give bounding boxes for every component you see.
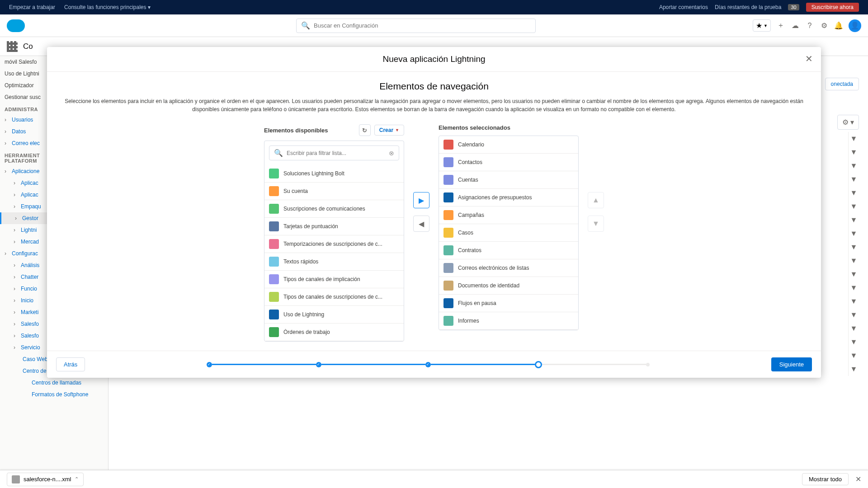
consult-functions-link[interactable]: Consulte las funciones principales ▾ (64, 4, 151, 10)
selected-item[interactable]: Calendario (439, 136, 578, 154)
wizard-progress (85, 361, 771, 368)
item-icon (443, 192, 453, 202)
row-action-menu[interactable]: ▼ (848, 308, 859, 322)
available-item[interactable]: Tipos de canales de implicación (264, 271, 404, 288)
row-action-menu[interactable]: ▼ (848, 227, 859, 240)
create-button[interactable]: Crear▼ (374, 125, 404, 136)
selected-item[interactable]: Contactos (439, 154, 578, 171)
app-launcher-icon[interactable] (7, 41, 18, 52)
chevron-up-icon[interactable]: ⌃ (75, 476, 79, 482)
selected-item[interactable]: Casos (439, 224, 578, 242)
selected-item[interactable]: Documentos de identidad (439, 277, 578, 295)
row-action-menu[interactable]: ▼ (848, 159, 859, 173)
favorites-dropdown[interactable]: ★▼ (753, 19, 771, 32)
available-item[interactable]: Uso de Lightning (264, 306, 404, 324)
row-action-menu[interactable]: ▼ (848, 213, 859, 227)
row-action-menu[interactable]: ▼ (848, 200, 859, 213)
item-label: Temporizaciones de suscripciones de c... (283, 241, 382, 247)
user-avatar[interactable]: 👤 (849, 19, 861, 32)
help-icon[interactable]: ? (805, 21, 814, 30)
item-icon (269, 310, 279, 319)
add-icon[interactable]: ＋ (776, 21, 785, 30)
row-action-menu[interactable]: ▼ (848, 254, 859, 267)
download-filename: salesforce-n....xml (24, 476, 71, 483)
row-action-menu[interactable]: ▼ (848, 186, 859, 200)
available-header: Elementos disponibles (264, 127, 328, 134)
search-icon: 🔍 (274, 149, 283, 157)
selected-item[interactable]: Flujos en pausa (439, 295, 578, 312)
remove-item-button[interactable]: ◀ (413, 216, 429, 232)
global-header: 🔍 ★▼ ＋ ☁ ? ⚙ 🔔 👤 (0, 14, 868, 37)
available-items-panel: Elementos disponibles ↻ Crear▼ 🔍 ⊗ Soluc… (264, 124, 404, 342)
move-down-button[interactable]: ▼ (588, 216, 604, 232)
settings-gear-button[interactable]: ⚙ ▾ (837, 115, 859, 130)
search-icon: 🔍 (301, 21, 310, 30)
progress-step-3[interactable] (425, 362, 431, 367)
selected-item[interactable]: Cuentas (439, 171, 578, 189)
available-item[interactable]: Tarjetas de puntuación (264, 218, 404, 235)
row-action-menu[interactable]: ▼ (848, 173, 859, 186)
connected-badge[interactable]: onectada (825, 78, 859, 90)
filter-input-wrapper[interactable]: 🔍 ⊗ (269, 145, 399, 160)
row-action-menu[interactable]: ▼ (848, 267, 859, 281)
progress-step-2[interactable] (316, 362, 321, 367)
sidebar-item[interactable]: Formatos de Softphone (0, 389, 108, 400)
available-item[interactable]: Tipos de canales de suscripciones de c..… (264, 288, 404, 306)
row-action-menu[interactable]: ▼ (848, 281, 859, 295)
available-item[interactable]: Su cuenta (264, 183, 404, 200)
row-action-menu[interactable]: ▼ (848, 335, 859, 349)
row-action-menu[interactable]: ▼ (848, 132, 859, 145)
available-item[interactable]: Soluciones Lightning Bolt (264, 165, 404, 183)
app-name: Co (23, 42, 33, 51)
clear-filter-icon[interactable]: ⊗ (389, 150, 394, 157)
row-action-menu[interactable]: ▼ (848, 240, 859, 254)
modal-subtitle: Elementos de navegación (61, 81, 807, 92)
item-label: Órdenes de trabajo (283, 329, 330, 335)
row-action-menu[interactable]: ▼ (848, 322, 859, 335)
modal-close-button[interactable]: ✕ (805, 53, 813, 64)
selected-item[interactable]: Informes (439, 312, 578, 330)
progress-step-5[interactable] (646, 363, 650, 366)
salesforce-help-icon[interactable]: ☁ (791, 21, 800, 30)
notification-bell-icon[interactable]: 🔔 (834, 21, 843, 30)
selected-item[interactable]: Correos electrónicos de listas (439, 259, 578, 277)
item-icon (443, 210, 453, 220)
available-item[interactable]: Órdenes de trabajo (264, 324, 404, 341)
selected-item[interactable]: Asignaciones de presupuestos (439, 189, 578, 206)
setup-gear-icon[interactable]: ⚙ (820, 21, 829, 30)
global-search[interactable]: 🔍 (296, 19, 536, 33)
filter-input[interactable] (287, 150, 385, 156)
item-label: Tarjetas de puntuación (283, 223, 338, 230)
row-action-menu[interactable]: ▼ (848, 362, 859, 376)
get-started-link[interactable]: Empezar a trabajar (9, 4, 55, 10)
item-label: Correos electrónicos de listas (458, 265, 529, 271)
progress-step-4[interactable] (535, 361, 542, 368)
selected-item[interactable]: Contratos (439, 242, 578, 259)
salesforce-logo[interactable] (7, 19, 25, 32)
item-label: Tipos de canales de suscripciones de c..… (283, 294, 382, 300)
available-item[interactable]: Temporizaciones de suscripciones de c... (264, 235, 404, 253)
subscribe-button[interactable]: Suscribirse ahora (806, 3, 859, 12)
row-action-menu[interactable]: ▼ (848, 349, 859, 362)
next-button[interactable]: Siguiente (771, 357, 812, 371)
move-up-button[interactable]: ▲ (588, 192, 604, 208)
row-action-menu[interactable]: ▼ (848, 295, 859, 308)
item-label: Asignaciones de presupuestos (458, 194, 532, 201)
feedback-link[interactable]: Aportar comentarios (659, 4, 708, 10)
add-item-button[interactable]: ▶ (413, 192, 429, 208)
available-item[interactable]: Suscripciones de comunicaciones (264, 200, 404, 218)
download-item[interactable]: salesforce-n....xml ⌃ (7, 473, 84, 486)
item-icon (269, 239, 279, 249)
close-download-bar[interactable]: ✕ (855, 475, 861, 483)
sidebar-item[interactable]: Centros de llamadas (0, 377, 108, 389)
progress-step-1[interactable] (207, 362, 212, 367)
selected-item[interactable]: Campañas (439, 206, 578, 224)
show-all-button[interactable]: Mostrar todo (802, 473, 849, 485)
item-label: Documentos de identidad (458, 282, 519, 289)
search-input[interactable] (314, 22, 531, 29)
item-icon (443, 245, 453, 255)
row-action-menu[interactable]: ▼ (848, 145, 859, 159)
back-button[interactable]: Atrás (56, 357, 85, 371)
available-item[interactable]: Textos rápidos (264, 253, 404, 271)
refresh-button[interactable]: ↻ (359, 124, 371, 136)
